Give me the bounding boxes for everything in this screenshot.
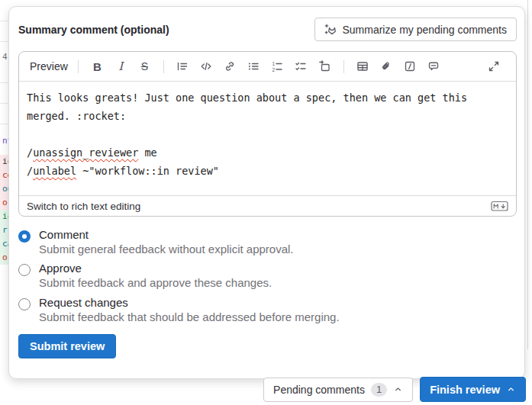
quick-action-line: /unassign_reviewer me (27, 143, 508, 162)
bullet-list-button[interactable] (242, 56, 266, 76)
code-icon (200, 60, 212, 72)
comment-template-icon (427, 60, 440, 72)
summarize-pending-comments-button[interactable]: Summarize my pending comments (314, 18, 517, 41)
quick-actions-button[interactable] (398, 56, 422, 76)
misspelled-word: unlabel (33, 165, 76, 177)
link-button[interactable] (218, 56, 242, 76)
italic-button[interactable]: I (109, 56, 133, 76)
popover-title: Summary comment (optional) (18, 24, 169, 36)
preview-toggle[interactable]: Preview (30, 60, 68, 72)
option-label[interactable]: Request changes (39, 296, 340, 309)
review-bar: Pending comments 1 Finish review (263, 377, 526, 402)
pending-comments-button[interactable]: Pending comments 1 (263, 378, 413, 402)
fullscreen-icon (488, 60, 500, 72)
approve-radio[interactable] (18, 264, 31, 276)
bullet-list-icon (247, 60, 260, 72)
submit-review-button[interactable]: Submit review (18, 334, 116, 358)
bold-icon: B (93, 60, 102, 73)
comment-template-button[interactable] (422, 56, 446, 76)
toolbar-divider (343, 60, 344, 73)
svg-text:2: 2 (272, 67, 276, 72)
submit-review-popover: Summary comment (optional) Summarize my … (8, 6, 525, 379)
comment-radio[interactable] (18, 230, 31, 243)
bold-button[interactable]: B (85, 56, 109, 76)
comment-text-line: This looks greats! Just one question abo… (27, 92, 467, 104)
chevron-up-icon (393, 384, 403, 394)
strikethrough-button[interactable]: S (133, 56, 156, 76)
option-description: Submit general feedback without explicit… (39, 242, 294, 257)
misspelled-word: unassign_reviewer (33, 146, 138, 159)
tanuki-ai-icon (324, 24, 337, 36)
task-list-icon (295, 60, 307, 72)
markdown-icon (491, 200, 508, 212)
numbered-list-icon: 1 2 (271, 60, 283, 72)
quote-button[interactable] (171, 56, 195, 76)
attach-file-icon (380, 60, 392, 72)
chevron-up-icon (506, 384, 516, 394)
pending-count-badge: 1 (371, 383, 387, 397)
background-page-edge (527, 0, 528, 349)
comment-text-line: merged. :rocket: (27, 110, 126, 122)
option-approve: Approve Submit feedback and approve thes… (18, 262, 517, 291)
toolbar-divider (163, 60, 164, 73)
markdown-editor: Preview B I S (18, 51, 517, 217)
editor-footer: Switch to rich text editing (19, 195, 516, 216)
popover-header: Summary comment (optional) Summarize my … (18, 18, 517, 41)
fullscreen-button[interactable] (482, 56, 505, 76)
comment-textarea[interactable]: This looks greats! Just one question abo… (19, 82, 516, 195)
option-label[interactable]: Approve (39, 262, 272, 275)
table-button[interactable] (351, 56, 375, 76)
toolbar-divider (78, 60, 79, 73)
svg-text:1: 1 (272, 61, 276, 66)
editor-toolbar: Preview B I S (19, 52, 516, 82)
table-icon (356, 60, 369, 72)
option-description: Submit feedback and approve these change… (39, 275, 272, 291)
option-label[interactable]: Comment (39, 228, 294, 241)
numbered-list-button[interactable]: 1 2 (266, 56, 289, 76)
pending-comments-label: Pending comments (273, 384, 365, 396)
switch-to-rich-text-link[interactable]: Switch to rich text editing (27, 201, 140, 212)
collapsible-section-icon (318, 60, 330, 72)
code-button[interactable] (195, 56, 218, 76)
finish-review-button[interactable]: Finish review (420, 377, 526, 402)
quote-icon (176, 60, 189, 72)
italic-icon: I (118, 59, 123, 73)
option-description: Submit feedback that should be addressed… (39, 310, 340, 325)
quick-actions-icon (404, 60, 416, 72)
attach-file-button[interactable] (375, 56, 398, 76)
page: 4:nticcoouoricr-caor Summary comment (op… (0, 0, 532, 405)
link-icon (224, 60, 236, 72)
option-comment: Comment Submit general feedback without … (18, 228, 517, 257)
comment-empty-line (27, 125, 508, 143)
quick-action-line: /unlabel ~"workflow::in review" (27, 162, 508, 180)
finish-review-label: Finish review (430, 384, 500, 396)
request-changes-radio[interactable] (18, 298, 31, 310)
summarize-button-label: Summarize my pending comments (342, 24, 507, 36)
option-request-changes: Request changes Submit feedback that sho… (18, 296, 517, 325)
review-type-options: Comment Submit general feedback without … (18, 228, 517, 325)
collapsible-section-button[interactable] (313, 56, 337, 76)
strikethrough-icon: S (141, 60, 148, 72)
task-list-button[interactable] (289, 56, 313, 76)
